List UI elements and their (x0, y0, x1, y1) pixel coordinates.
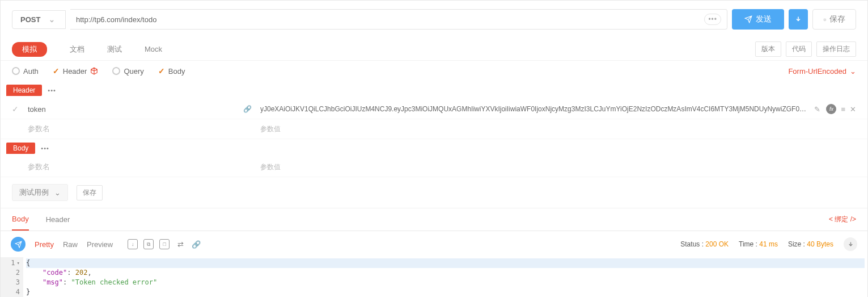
code-body[interactable]: { "code": 202, "msg": "Token checked err… (23, 257, 867, 297)
bind-link[interactable]: < 绑定 /> (829, 215, 856, 224)
version-button[interactable]: 版本 (755, 41, 781, 57)
size-label: Size : (788, 240, 805, 248)
tab-mock[interactable]: 模拟 (12, 42, 47, 57)
save-label: 保存 (829, 14, 845, 24)
method-value: POST (20, 15, 40, 24)
header-section-label: Header (6, 85, 42, 96)
link-icon[interactable]: 🔗 (243, 105, 255, 113)
url-input[interactable]: http://tp6.com/index/todo ••• (70, 9, 727, 30)
send-icon (744, 15, 752, 23)
test-save-button[interactable]: 保存 (77, 185, 103, 200)
tool-icon-1[interactable]: ↓ (128, 239, 138, 249)
tab-doc[interactable]: 文档 (70, 44, 84, 55)
save-button[interactable]: ▫ 保存 (812, 9, 856, 30)
view-raw[interactable]: Raw (63, 240, 78, 249)
tool-icon-2[interactable]: ⧉ (143, 239, 154, 249)
tab-test[interactable]: 测试 (107, 44, 122, 55)
header-section-header: Header ••• (1, 81, 867, 99)
tab-body[interactable]: ✓ Body (158, 66, 185, 76)
msg-value: Token checked error (75, 278, 153, 286)
tab-mock2[interactable]: Mock (145, 45, 162, 53)
tool-icon-3[interactable]: □ (159, 239, 170, 249)
send-button[interactable]: 发送 (732, 9, 784, 30)
param-name-input[interactable]: 参数名 (28, 124, 238, 134)
row-check-icon[interactable]: ✓ (12, 104, 22, 114)
send-label: 发送 (756, 14, 772, 24)
resend-icon[interactable] (11, 237, 26, 252)
view-preview[interactable]: Preview (87, 240, 113, 249)
response-toolbar: Pretty Raw Preview ↓ ⧉ □ ⇄ 🔗 Status : 20… (1, 231, 867, 257)
fold-icon[interactable]: ▾ (17, 258, 20, 268)
download-button[interactable] (789, 9, 808, 30)
content-type-label: Form-UrlEncoded (788, 67, 846, 76)
radio-icon (12, 67, 20, 75)
cube-icon (90, 67, 98, 75)
param-value-input[interactable]: 参数值 (260, 124, 856, 134)
header-name[interactable]: token (28, 105, 238, 114)
line-no: 4 (16, 287, 20, 297)
url-more-icon[interactable]: ••• (704, 14, 721, 25)
time-block: Time : 41 ms (739, 240, 778, 248)
download-response-icon[interactable] (844, 237, 857, 251)
header-value[interactable]: yJ0eXAiOiJKV1QiLCJhbGciOiJIUzM4NCJ9.eyJp… (260, 105, 808, 113)
request-bar: POST ⌄ http://tp6.com/index/todo ••• 发送 … (1, 1, 867, 38)
status-label: Status : (680, 240, 704, 248)
tool-icon-5[interactable]: 🔗 (191, 239, 201, 249)
status-info: Status : 200 OK Time : 41 ms Size : 40 B… (680, 237, 857, 251)
fx-icon[interactable]: fx (826, 104, 836, 114)
test-case-bar: 测试用例 ⌄ 保存 (1, 177, 867, 208)
tab-auth[interactable]: Auth (12, 67, 39, 76)
line-gutter: 1▾ 2 3 4 (1, 257, 23, 297)
header-label: Header (63, 67, 87, 76)
log-button[interactable]: 操作日志 (816, 41, 856, 57)
edit-icon[interactable]: ✎ (814, 105, 820, 114)
code-line: { (26, 258, 865, 268)
close-icon[interactable]: ✕ (850, 105, 856, 114)
response-tabs: Body Header < 绑定 /> (1, 208, 867, 231)
row-actions: fx ≡ ✕ (826, 104, 856, 114)
test-case-label: 测试用例 (19, 187, 49, 198)
menu-icon[interactable]: ≡ (841, 105, 845, 114)
size-block: Size : 40 Bytes (788, 240, 833, 248)
tool-icons: ↓ ⧉ □ ⇄ 🔗 (128, 239, 201, 249)
download-icon (795, 16, 802, 23)
radio-icon (112, 67, 120, 75)
param-value-input[interactable]: 参数值 (260, 162, 856, 172)
mode-tabs: 模拟 文档 测试 Mock 版本 代码 操作日志 (1, 38, 867, 61)
body-label: Body (168, 67, 185, 76)
param-name-input[interactable]: 参数名 (28, 162, 238, 172)
test-case-select[interactable]: 测试用例 ⌄ (12, 184, 68, 201)
more-icon[interactable]: ••• (41, 145, 49, 152)
body-section-label: Body (6, 143, 35, 154)
check-icon: ✓ (53, 66, 60, 76)
code-line: "code": 202, (26, 268, 865, 278)
resp-tab-header[interactable]: Header (46, 209, 70, 230)
body-section-header: Body ••• (1, 139, 867, 157)
status-value: 200 OK (705, 240, 729, 248)
tool-icon-4[interactable]: ⇄ (175, 239, 185, 249)
content-type-select[interactable]: Form-UrlEncoded ⌄ (788, 67, 856, 76)
tab-header[interactable]: ✓ Header (53, 66, 99, 76)
code-value: 202 (75, 269, 88, 277)
resp-tab-body[interactable]: Body (12, 208, 29, 231)
chevron-down-icon: ⌄ (49, 15, 55, 24)
tab-query[interactable]: Query (112, 67, 143, 76)
size-value: 40 Bytes (807, 240, 833, 248)
response-body-viewer: 1▾ 2 3 4 { "code": 202, "msg": "Token ch… (1, 257, 867, 297)
time-value: 41 ms (759, 240, 778, 248)
line-no: 3 (16, 278, 20, 287)
more-icon[interactable]: ••• (48, 87, 56, 94)
code-line: } (26, 287, 865, 297)
header-row: ✓ token 🔗 yJ0eXAiOiJKV1QiLCJhbGciOiJIUzM… (1, 99, 867, 119)
chevron-down-icon: ⌄ (850, 67, 856, 76)
view-pretty[interactable]: Pretty (35, 240, 54, 249)
header-row-empty: 参数名 参数值 (1, 119, 867, 139)
time-label: Time : (739, 240, 757, 248)
method-select[interactable]: POST ⌄ (12, 10, 66, 29)
url-value: http://tp6.com/index/todo (76, 15, 704, 24)
check-icon: ✓ (158, 66, 165, 76)
line-no: 1 (11, 258, 15, 268)
body-row-empty: 参数名 参数值 (1, 157, 867, 177)
auth-label: Auth (23, 67, 39, 76)
code-button[interactable]: 代码 (786, 41, 812, 57)
